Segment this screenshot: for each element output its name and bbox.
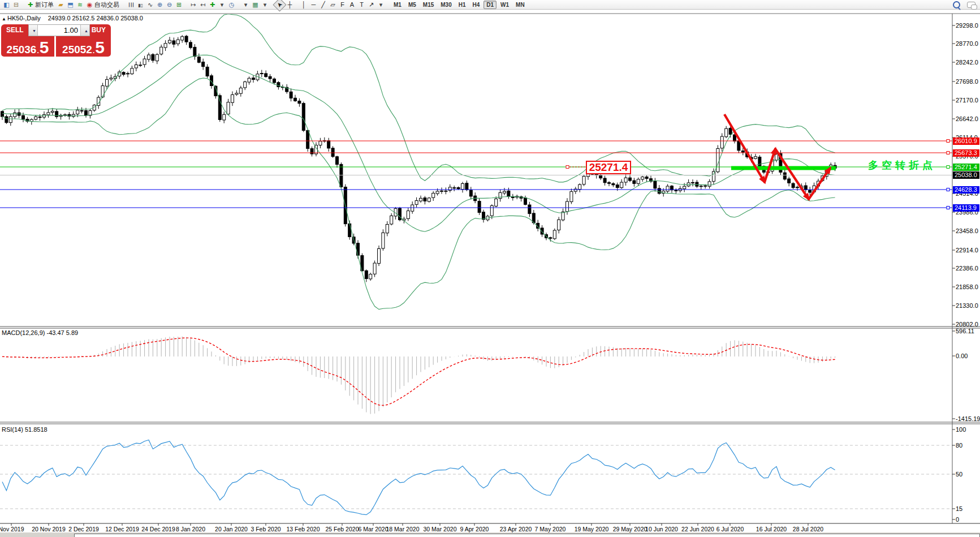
rsi-axis-tick: 0 xyxy=(956,516,959,523)
vertical-line-icon[interactable]: │ xyxy=(300,1,308,9)
sell-button[interactable]: SELL xyxy=(1,24,28,36)
date-axis-label: 6 Mar 2020 xyxy=(358,526,388,532)
price-axis-tick: 27170.0 xyxy=(956,97,978,104)
timeframe-button-d1[interactable]: D1 xyxy=(483,1,497,9)
chart-symbol-period: HK50-,Daily xyxy=(7,15,41,22)
timeframe-button-h4[interactable]: H4 xyxy=(470,1,483,9)
date-axis-label: 2 Dec 2019 xyxy=(68,526,99,532)
one-click-panel-toggle[interactable]: ▲ xyxy=(2,16,6,22)
date-axis-label: 20 Jan 2020 xyxy=(215,526,248,532)
candlestick-chart-icon[interactable]: ▮▯ xyxy=(136,2,145,10)
auto-scroll-icon[interactable]: ↦ xyxy=(189,1,197,9)
timeframe-button-m15[interactable]: M15 xyxy=(420,1,437,9)
rsi-axis-tick: 50 xyxy=(956,471,962,478)
signals-icon[interactable]: ≋ xyxy=(76,1,84,9)
price-level-label: 25271.4 xyxy=(953,164,979,171)
line-chart-icon[interactable]: ∿ xyxy=(146,1,154,9)
price-level-label: 26010.9 xyxy=(953,138,979,145)
price-axis-tick: 20802.0 xyxy=(956,321,978,328)
pivot-point-annotation[interactable]: 多空转折点 xyxy=(868,158,936,172)
date-axis-label: 3 Feb 2020 xyxy=(251,526,280,532)
date-axis-label: 24 Dec 2019 xyxy=(141,526,175,532)
date-axis-label: 20 Nov 2019 xyxy=(32,526,66,532)
text-label-icon[interactable]: T xyxy=(357,1,366,9)
timeframe-button-m30[interactable]: M30 xyxy=(438,1,454,9)
bar-chart-icon[interactable]: ☰ xyxy=(127,1,135,9)
new-chart-icon[interactable]: ◧ xyxy=(2,1,11,9)
chat-icon[interactable] xyxy=(967,2,975,8)
macd-axis-tick: 0.00 xyxy=(956,353,968,359)
chart-ohlc-values: 24939.0 25162.5 24836.0 25038.0 xyxy=(48,15,143,22)
text-icon[interactable]: A xyxy=(348,1,356,9)
autotrade-label[interactable]: 自动交易 xyxy=(94,1,119,8)
chart-dropdown-icon[interactable]: ▾ xyxy=(241,1,250,9)
volume-decrease-button[interactable]: ▼ xyxy=(29,25,37,36)
price-axis-tick: 26642.0 xyxy=(956,115,978,122)
date-axis-label: 13 Feb 2020 xyxy=(287,526,320,532)
timeframe-button-w1[interactable]: W1 xyxy=(498,1,512,9)
macd-indicator-label: MACD(12,26,9) -43.47 5.89 xyxy=(2,329,78,336)
date-axis-label: 28 Jul 2020 xyxy=(793,526,823,532)
volume-input[interactable] xyxy=(37,25,81,36)
buy-price[interactable]: 25052 . 5 xyxy=(56,36,111,57)
dropdown-arrow-icon[interactable]: ▾ xyxy=(377,1,385,9)
timeframe-button-mn[interactable]: MN xyxy=(513,1,528,9)
rsi-axis-tick: 100 xyxy=(956,426,966,433)
timeframe-button-m5[interactable]: M5 xyxy=(405,1,419,9)
price-axis-tick: 22386.0 xyxy=(956,265,978,272)
rsi-axis-tick: 80 xyxy=(956,442,962,449)
date-axis-label: 9 Apr 2020 xyxy=(460,526,489,532)
date-axis-label: 30 Mar 2020 xyxy=(424,526,457,532)
dropdown-arrow-icon[interactable]: ▾ xyxy=(261,1,269,9)
one-click-trading-panel: SELL ▼ ▲ BUY 25036 . 5 25052 . 5 xyxy=(1,24,111,57)
date-axis-label: 23 Apr 2020 xyxy=(500,526,532,532)
indicators-icon[interactable]: ✚ xyxy=(208,1,217,9)
terminal-window-edge xyxy=(0,532,980,537)
price-axis-tick: 28242.0 xyxy=(956,59,978,66)
zoom-out-icon[interactable]: ⊖ xyxy=(165,1,174,9)
price-axis-tick: 22914.0 xyxy=(956,247,978,254)
tile-windows-icon[interactable]: ⊞ xyxy=(175,1,183,9)
date-axis-label: Nov 2019 xyxy=(0,526,24,532)
timeframe-button-h1[interactable]: H1 xyxy=(456,1,469,9)
buy-price-main: 25052 xyxy=(62,44,92,55)
dropdown-arrow-icon[interactable]: ▾ xyxy=(218,1,226,9)
date-axis-label: 25 Feb 2020 xyxy=(326,526,359,532)
price-level-label: 24628.3 xyxy=(953,186,979,194)
timeframe-button-m1[interactable]: M1 xyxy=(391,1,404,9)
volume-increase-button[interactable]: ▲ xyxy=(81,25,89,36)
buy-button[interactable]: BUY xyxy=(90,24,111,36)
chart-profiles-icon[interactable]: ⊟ xyxy=(12,1,20,9)
eraser-icon[interactable]: ▰ xyxy=(57,1,65,9)
shapes-icon[interactable]: ↗ xyxy=(367,1,375,9)
fibonacci-icon[interactable]: F xyxy=(338,1,347,9)
price-level-label: 25673.3 xyxy=(953,149,979,157)
price-axis-tick: 27698.0 xyxy=(956,78,978,85)
search-icon[interactable] xyxy=(953,1,960,8)
new-order-icon[interactable]: ✚ xyxy=(26,1,34,9)
price-annotation-box[interactable]: 25271.4 xyxy=(586,161,631,174)
date-axis-label: 29 May 2020 xyxy=(613,526,647,532)
template-icon[interactable]: ▦ xyxy=(251,1,260,9)
sell-price[interactable]: 25036 . 5 xyxy=(1,36,54,57)
horizontal-line-icon[interactable]: ─ xyxy=(309,1,318,9)
crosshair-icon[interactable]: ┼ xyxy=(286,1,294,9)
date-axis-label: 10 Jun 2020 xyxy=(645,526,678,532)
zoom-in-icon[interactable]: ⊕ xyxy=(156,1,164,9)
date-axis-label: 7 May 2020 xyxy=(535,526,566,532)
price-level-label: 24113.9 xyxy=(953,204,979,212)
date-axis-label: 22 Jun 2020 xyxy=(681,526,714,532)
price-axis-tick: 21858.0 xyxy=(956,283,978,290)
cursor-icon[interactable]: ➤ xyxy=(273,0,286,12)
sell-price-main: 25036 xyxy=(7,44,37,55)
chart-shift-icon[interactable]: ↤ xyxy=(198,1,207,9)
new-order-label[interactable]: 新订单 xyxy=(35,1,54,8)
clock-icon[interactable]: ◷ xyxy=(227,1,236,9)
price-chart-canvas[interactable] xyxy=(0,0,980,537)
date-axis-label: 12 Dec 2019 xyxy=(105,526,139,532)
price-axis-tick: 29298.0 xyxy=(956,22,978,29)
autotrade-icon[interactable]: ◉ xyxy=(85,1,94,9)
trendline-icon[interactable]: ╱ xyxy=(319,1,327,9)
expert-advisors-icon[interactable]: ⬒ xyxy=(66,1,75,9)
channel-icon[interactable]: ▱ xyxy=(329,1,337,9)
